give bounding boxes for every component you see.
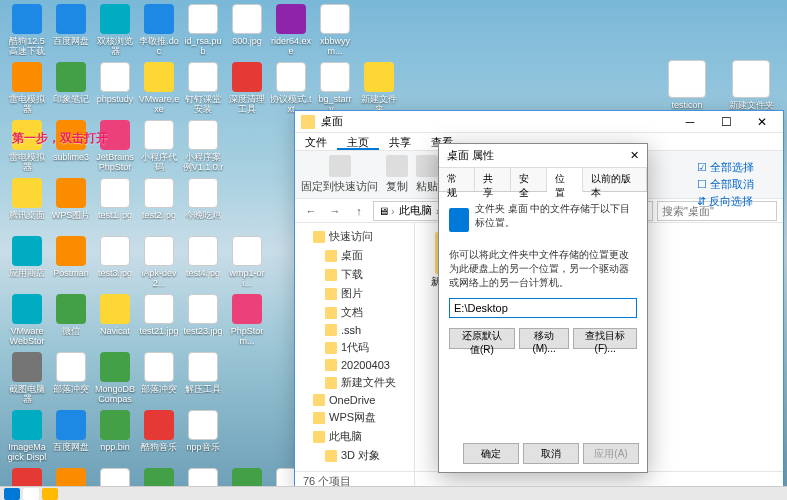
desktop-icon[interactable]: 解压工具 [182, 352, 224, 407]
desktop-icon[interactable]: test3.jpg [94, 236, 136, 291]
nav-item[interactable]: 1代码 [295, 338, 414, 357]
ribbon-tab-file[interactable]: 文件 [295, 133, 337, 150]
desktop-icon[interactable]: 雷电模拟器 [6, 120, 48, 175]
nav-item[interactable]: 20200403 [295, 357, 414, 373]
desktop-icon[interactable]: 微信 [50, 294, 92, 349]
desktop-icon[interactable]: PhpStorm... [226, 294, 268, 349]
nav-item[interactable]: 新建文件夹 [295, 373, 414, 392]
tab-general[interactable]: 常规 [439, 168, 475, 191]
desktop-icon[interactable]: 雷电模拟器 [6, 62, 48, 117]
maximize-button[interactable]: ☐ [711, 112, 741, 132]
desktop-icon[interactable]: 800.jpg [226, 4, 268, 59]
desktop-icon[interactable]: 印象笔记 [50, 62, 92, 117]
nav-back-button[interactable]: ← [301, 201, 321, 221]
desktop-icon[interactable]: 钉钉课堂安装 [182, 62, 224, 117]
desktop-icon[interactable]: 百度网盘 [50, 410, 92, 465]
desktop-icon[interactable]: JetBrains PhpStorm... [94, 120, 136, 175]
ok-button[interactable]: 确定 [463, 443, 519, 464]
nav-item[interactable]: 快速访问 [295, 227, 414, 246]
desktop-icon[interactable]: MongoDB Compass... [94, 352, 136, 407]
desktop-icon[interactable] [226, 120, 268, 175]
nav-item[interactable]: 文档 [295, 303, 414, 322]
desktop-icon[interactable]: npp.bin [94, 410, 136, 465]
desktop-icon[interactable] [226, 178, 268, 233]
ribbon-tab-home[interactable]: 主页 [337, 133, 379, 150]
desktop-icon[interactable]: sublime3 [50, 120, 92, 175]
desktop-icon[interactable]: test21.jpg [138, 294, 180, 349]
nav-item[interactable]: OneDrive [295, 392, 414, 408]
desktop-icon[interactable]: ImageMagick Display [6, 410, 48, 465]
tab-location[interactable]: 位置 [547, 168, 583, 192]
start-button[interactable] [4, 488, 20, 500]
nav-item[interactable]: .ssh [295, 322, 414, 338]
select-invert[interactable]: ⇵反向选择 [697, 193, 777, 210]
desktop-icon[interactable]: phpstudy [94, 62, 136, 117]
nav-item[interactable]: WPS网盘 [295, 408, 414, 427]
nav-item[interactable]: 桌面 [295, 246, 414, 265]
desktop-icon[interactable]: test4.jpg [182, 236, 224, 291]
desktop-icon[interactable]: test1.jpg [94, 178, 136, 233]
taskbar-search[interactable] [23, 488, 39, 500]
properties-titlebar[interactable]: 桌面 属性 ✕ [439, 144, 647, 168]
desktop-icon[interactable]: 小程序案例V1.1.0.rar [182, 120, 224, 175]
desktop-icon[interactable]: 部落冲突 [50, 352, 92, 407]
desktop-icon[interactable] [226, 410, 268, 465]
tab-previous[interactable]: 以前的版本 [583, 168, 647, 191]
restore-default-button[interactable]: 还原默认值(R) [449, 328, 515, 349]
desktop-icon[interactable]: 百度网盘 [50, 4, 92, 59]
taskbar-explorer[interactable] [42, 488, 58, 500]
desktop-icon[interactable]: npp音乐 [182, 410, 224, 465]
nav-item[interactable]: 下载 [295, 265, 414, 284]
tool-pin[interactable]: 固定到快速访问 [301, 155, 378, 194]
properties-close-button[interactable]: ✕ [630, 149, 639, 162]
desktop-icon[interactable]: Navicat [94, 294, 136, 349]
desktop-icon[interactable]: iApk-dev2... [138, 236, 180, 291]
tab-security[interactable]: 安全 [511, 168, 547, 191]
desktop-icon[interactable]: 新建文件夹 [358, 62, 400, 117]
desktop-icon[interactable]: 深度清理工具 [226, 62, 268, 117]
desktop-icon[interactable]: 双核浏览器 [94, 4, 136, 59]
nav-item[interactable]: 图片 [295, 284, 414, 303]
explorer-nav-pane[interactable]: 快速访问桌面下载图片文档.ssh1代码20200403新建文件夹OneDrive… [295, 223, 415, 491]
tool-paste[interactable]: 粘贴 [416, 155, 438, 194]
tool-copy[interactable]: 复制 [386, 155, 408, 194]
crumb-thispc[interactable]: 此电脑 [397, 203, 434, 218]
ribbon-tab-share[interactable]: 共享 [379, 133, 421, 150]
cancel-button[interactable]: 取消 [523, 443, 579, 464]
desktop-icon[interactable] [358, 4, 400, 59]
desktop-icon[interactable] [226, 352, 268, 407]
desktop-icon[interactable]: 酷狗音乐 [138, 410, 180, 465]
location-path-input[interactable] [449, 298, 637, 318]
select-all[interactable]: ☑全部选择 [697, 159, 777, 176]
desktop-icon[interactable]: 部落冲突 [138, 352, 180, 407]
taskbar[interactable] [0, 486, 787, 500]
nav-forward-button[interactable]: → [325, 201, 345, 221]
desktop-icon[interactable]: test2.jpg [138, 178, 180, 233]
desktop-icon[interactable]: VMware WebStorm [6, 294, 48, 349]
desktop-icon[interactable]: 应用商店 [6, 236, 48, 291]
select-none[interactable]: ☐全部取消 [697, 176, 777, 193]
desktop-icon[interactable]: 截图电脑器 [6, 352, 48, 407]
nav-up-button[interactable]: ↑ [349, 201, 369, 221]
desktop-icon[interactable]: 小程序代码 [138, 120, 180, 175]
desktop-icon[interactable]: bg_starry... [314, 62, 356, 117]
tab-share[interactable]: 共享 [475, 168, 511, 191]
explorer-titlebar[interactable]: 桌面 ─ ☐ ✕ [295, 111, 783, 133]
desktop-icon[interactable]: 李敬推.doc [138, 4, 180, 59]
minimize-button[interactable]: ─ [675, 112, 705, 132]
desktop-icon[interactable]: 酷狗12.5高速下载器 [6, 4, 48, 59]
desktop-icon[interactable]: xbbwyym... [314, 4, 356, 59]
move-button[interactable]: 移动(M)... [519, 328, 569, 349]
desktop-icon[interactable]: 协议模式.txt [270, 62, 312, 117]
find-target-button[interactable]: 查找目标(F)... [573, 328, 637, 349]
close-button[interactable]: ✕ [747, 112, 777, 132]
nav-item[interactable]: 此电脑 [295, 427, 414, 446]
desktop-icon[interactable]: Postman [50, 236, 92, 291]
nav-item[interactable]: 3D 对象 [295, 446, 414, 465]
desktop-icon[interactable]: 今晚吃鸡 [182, 178, 224, 233]
desktop-icon[interactable]: 腾讯桌面 [6, 178, 48, 233]
desktop-icon[interactable]: id_rsa.pub [182, 4, 224, 59]
desktop-icon[interactable]: test23.jpg [182, 294, 224, 349]
desktop-icon[interactable]: VMware.exe [138, 62, 180, 117]
apply-button[interactable]: 应用(A) [583, 443, 639, 464]
